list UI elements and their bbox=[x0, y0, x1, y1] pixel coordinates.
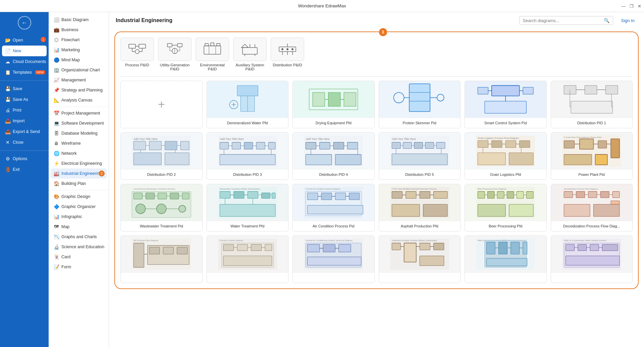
sidebar-item-templates[interactable]: 📋 Templates NEW bbox=[0, 67, 49, 78]
template-card-powerplant[interactable]: A Coal-Fired Thermoelectric Power Plant bbox=[551, 132, 633, 180]
template-card-smart-control[interactable]: Smart Control System Pid bbox=[465, 81, 547, 128]
sidebar-item-exit[interactable]: 🚪 Exit bbox=[0, 164, 49, 175]
template-card-beer[interactable]: Beer Processing Flow Diagram bbox=[465, 184, 547, 231]
svg-rect-201 bbox=[406, 191, 416, 198]
sidebar-item-options[interactable]: ⚙ Options bbox=[0, 153, 49, 164]
sidebar-item-save-as[interactable]: 💾 Save As bbox=[0, 94, 49, 105]
template-label-row4-1 bbox=[121, 273, 202, 283]
template-card-dist3[interactable]: Add Your Title Here bbox=[207, 132, 289, 180]
sidebar-item-export[interactable]: 📤 Export & Send bbox=[0, 126, 49, 137]
template-label-row4-2 bbox=[207, 273, 288, 283]
nav-item-management[interactable]: 📈 Management bbox=[49, 75, 109, 85]
template-card-demineralized[interactable]: Demineralized Water Pfd bbox=[207, 81, 289, 128]
template-card-protein[interactable]: Protein Skimmer Pid bbox=[379, 81, 461, 128]
new-template-card[interactable]: + bbox=[120, 81, 203, 128]
search-bar[interactable]: 🔍 bbox=[519, 16, 613, 25]
category-auxiliary[interactable]: Auxillary System P&ID bbox=[233, 38, 267, 71]
template-card-row4-2[interactable]: Process Control Systems bbox=[207, 235, 289, 283]
template-card-row4-6[interactable]: P&ID of Condensation Water Heating Solut… bbox=[551, 235, 633, 283]
sidebar-item-save[interactable]: 💾 Save bbox=[0, 83, 49, 94]
template-card-air-condition[interactable]: Central Air-condition System Diagram bbox=[292, 184, 375, 231]
maximize-btn[interactable]: ❐ bbox=[630, 3, 634, 8]
nav-item-card[interactable]: 🃏 Card bbox=[49, 252, 109, 262]
template-card-dist5[interactable]: Add Your Title Here bbox=[379, 132, 461, 180]
svg-rect-110 bbox=[347, 142, 358, 149]
svg-text:Conventional Wastewater Treatm: Conventional Wastewater Treatment Proces… bbox=[133, 188, 175, 190]
close-btn[interactable]: ✕ bbox=[638, 3, 641, 8]
sidebar-item-print[interactable]: 🖨 Print bbox=[0, 105, 49, 116]
template-card-row4-5[interactable]: Blast Furnace Ironmaking PFD bbox=[465, 235, 547, 283]
nav-item-form[interactable]: 📝 Form bbox=[49, 262, 109, 272]
nav-item-map[interactable]: 🗺 Map bbox=[49, 222, 109, 232]
svg-rect-175 bbox=[220, 191, 230, 198]
process-icon-box bbox=[120, 38, 154, 61]
marketing-icon: 📊 bbox=[53, 47, 59, 53]
template-card-asphalt[interactable]: Y 50c Type Modified Asphalt Production P… bbox=[379, 184, 461, 231]
svg-rect-20 bbox=[205, 44, 208, 46]
nav-item-organizer[interactable]: 🔷 Graphic Organizer bbox=[49, 202, 109, 212]
search-icon[interactable]: 🔍 bbox=[604, 18, 609, 23]
sidebar-item-new[interactable]: 📄 New bbox=[2, 46, 47, 56]
svg-rect-161 bbox=[158, 193, 167, 199]
template-card-row4-3[interactable]: Central Air Conditioning System Structur… bbox=[292, 235, 375, 283]
template-card-water-treatment[interactable]: Wastewater Treatment (Water Reclamation) bbox=[207, 184, 289, 231]
template-card-row4-1[interactable]: WF Process Flow Diagram bbox=[120, 235, 203, 283]
sidebar-item-close[interactable]: ✕ Close bbox=[0, 137, 49, 148]
minimize-btn[interactable]: — bbox=[621, 3, 626, 8]
template-card-wastewater[interactable]: Conventional Wastewater Treatment Proces… bbox=[120, 184, 203, 231]
template-card-grain[interactable]: Grain Logistics Process Flow Diagram bbox=[465, 132, 547, 180]
nav-item-building[interactable]: 🏠 Building Plan bbox=[49, 179, 109, 189]
svg-rect-109 bbox=[333, 142, 344, 149]
template-card-dist4[interactable]: Add Your Title Here bbox=[292, 132, 375, 180]
save-as-icon: 💾 bbox=[5, 97, 11, 102]
template-grid: + bbox=[120, 81, 633, 283]
nav-item-network[interactable]: 🌐 Network bbox=[49, 148, 109, 158]
nav-item-marketing[interactable]: 📊 Marketing bbox=[49, 45, 109, 55]
template-card-row4-4[interactable]: Adamston Pyrolytic Process (Waste Sustai… bbox=[379, 235, 461, 283]
sidebar-item-open[interactable]: 📂 Open 1 bbox=[0, 35, 49, 46]
sign-in-button[interactable]: Sign In bbox=[619, 17, 637, 24]
nav-item-wireframe[interactable]: 🖥 Wireframe bbox=[49, 138, 109, 148]
nav-item-database[interactable]: 🗄 Database Modeling bbox=[49, 128, 109, 138]
sidebar-item-cloud[interactable]: ☁ Cloud Documents bbox=[0, 56, 49, 67]
window-controls[interactable]: — ❐ ✕ bbox=[621, 3, 641, 8]
template-card-deoxidization[interactable]: Deoxidization Process Flow Diagram bbox=[551, 184, 633, 231]
sidebar-item-import[interactable]: 📥 Import bbox=[0, 116, 49, 126]
category-environmental[interactable]: Environmental P&ID bbox=[196, 38, 229, 71]
back-button[interactable]: ← bbox=[18, 16, 31, 29]
nav-item-software[interactable]: 💻 Software Development bbox=[49, 118, 109, 128]
nav-item-strategy[interactable]: 📌 Strategy and Planning bbox=[49, 85, 109, 95]
panel-title: Industrial Engineering bbox=[116, 17, 172, 23]
nav-item-graphic[interactable]: 🎨 Graphic Design bbox=[49, 192, 109, 202]
nav-item-project[interactable]: 📅 Project Management bbox=[49, 108, 109, 118]
template-card-dist2[interactable]: Add Your Title Here bbox=[120, 132, 203, 180]
svg-rect-21 bbox=[211, 43, 214, 46]
nav-item-industrial[interactable]: 🏭 Industrial Engineering 2 bbox=[51, 168, 107, 179]
nav-item-infographic[interactable]: 📊 Infographic bbox=[49, 212, 109, 222]
template-thumb-row4-2: Process Control Systems bbox=[207, 236, 288, 273]
template-card-drying[interactable]: Drying Equipment Pfd bbox=[292, 81, 375, 128]
svg-text:Add Your Title Here: Add Your Title Here bbox=[306, 137, 330, 140]
nav-item-science[interactable]: 🔬 Science and Education bbox=[49, 242, 109, 252]
nav-item-electrical[interactable]: ⚡ Electrical Engineering bbox=[49, 158, 109, 168]
nav-item-basic[interactable]: ⬜ Basic Diagram bbox=[49, 15, 109, 25]
svg-rect-191 bbox=[321, 193, 332, 200]
search-input[interactable] bbox=[523, 18, 604, 23]
nav-item-mindmap[interactable]: 🔵 Mind Map bbox=[49, 55, 109, 65]
nav-item-graphs[interactable]: 📉 Graphs and Charts bbox=[49, 232, 109, 242]
nav-item-analysis[interactable]: 📐 Analysis Canvas bbox=[49, 95, 109, 105]
svg-rect-52 bbox=[409, 84, 430, 112]
nav-item-business[interactable]: 💼 Business bbox=[49, 25, 109, 35]
nav-item-orgchart[interactable]: 🏢 Organizational Chart bbox=[49, 65, 109, 75]
svg-rect-184 bbox=[272, 193, 275, 198]
template-card-dist1[interactable]: Distribution PID 1 bbox=[551, 81, 633, 128]
category-distribution[interactable]: Distribution P&ID bbox=[271, 38, 304, 71]
svg-rect-228 bbox=[588, 191, 597, 198]
nav-item-flowchart[interactable]: ⬡ Flowchart bbox=[49, 35, 109, 45]
svg-rect-207 bbox=[392, 204, 420, 216]
category-process[interactable]: Process P&ID bbox=[120, 38, 154, 71]
management-icon: 📈 bbox=[53, 77, 59, 83]
strategy-icon: 📌 bbox=[53, 87, 59, 93]
category-utility[interactable]: Utility-Generation P&ID bbox=[158, 38, 192, 71]
svg-rect-237 bbox=[611, 201, 620, 204]
